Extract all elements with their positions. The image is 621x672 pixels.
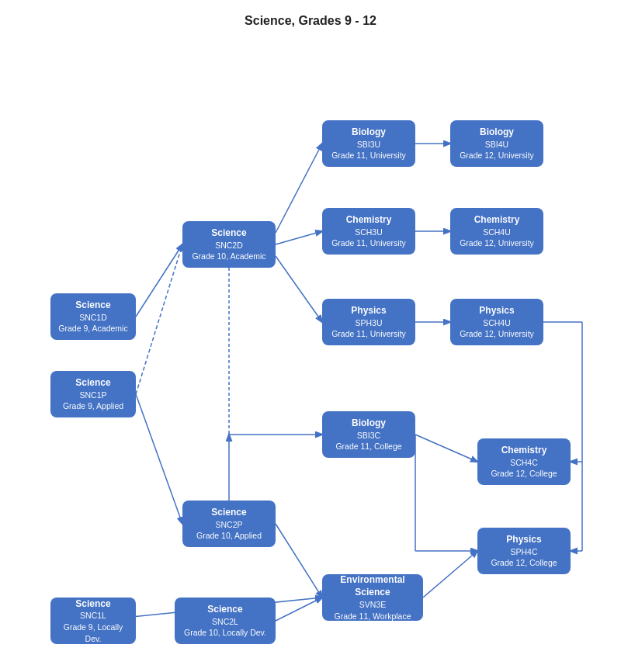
course-detail-2: Grade 12, College [491, 468, 557, 480]
course-detail-1: SBI4U [485, 139, 508, 151]
course-detail-1: SPH4C [510, 546, 537, 558]
course-name: Biology [352, 417, 386, 430]
course-detail-2: Grade 10, Academic [192, 251, 265, 262]
svg-line-18 [423, 551, 477, 598]
svg-line-2 [136, 394, 182, 524]
course-detail-1: SNC2L [212, 616, 238, 628]
course-name: Biology [352, 126, 386, 139]
course-detail-1: SNC2P [215, 519, 242, 531]
svg-line-5 [276, 256, 322, 322]
course-detail-1: SBI3U [357, 139, 380, 151]
course-detail-1: SNC1P [79, 390, 106, 401]
course-name: Science [75, 376, 110, 390]
course-detail-2: Grade 10, Locally Dev. [184, 627, 266, 639]
course-name: Science [75, 598, 110, 611]
course-detail-2: Grade 9, Locally Dev. [57, 622, 130, 644]
svg-line-20 [276, 598, 322, 621]
course-node-snc2p: ScienceSNC2PGrade 10, Applied [182, 501, 276, 547]
course-name: Chemistry [501, 444, 547, 457]
course-detail-1: SCH3U [355, 227, 383, 238]
course-detail-2: Grade 11, University [331, 237, 406, 249]
course-detail-2: Grade 11, Workplace [334, 611, 411, 622]
course-name: Physics [479, 304, 514, 317]
course-name: Environmental Science [328, 573, 417, 600]
page-title: Science, Grades 9 - 12 [0, 0, 621, 28]
course-detail-2: Grade 10, Applied [196, 530, 262, 542]
course-node-sbi3c: BiologySBI3CGrade 11, College [322, 411, 415, 458]
course-node-snc2l: ScienceSNC2LGrade 10, Locally Dev. [175, 598, 276, 644]
course-node-sch3u: ChemistrySCH3UGrade 11, University [322, 208, 415, 255]
svg-line-0 [136, 244, 182, 317]
course-detail-2: Grade 11, University [331, 150, 406, 161]
course-detail-2: Grade 11, University [331, 328, 406, 340]
course-detail-1: SCH4U [483, 317, 511, 329]
course-detail-1: SNC2D [215, 240, 243, 251]
course-name: Chemistry [474, 213, 520, 227]
svg-line-4 [276, 231, 322, 244]
course-detail-1: SNC1D [79, 312, 107, 324]
svg-line-1 [136, 244, 182, 394]
course-detail-2: Grade 11, College [335, 441, 401, 452]
course-node-sph4u: PhysicsSCH4UGrade 12, University [450, 299, 543, 345]
course-detail-2: Grade 9, Academic [58, 323, 127, 334]
course-name: Physics [351, 304, 386, 317]
svg-line-12 [276, 524, 322, 598]
course-detail-2: Grade 12, University [460, 150, 534, 161]
course-detail-2: Grade 9, Applied [63, 400, 123, 412]
course-node-sch4c: ChemistrySCH4CGrade 12, College [477, 438, 571, 485]
svg-line-3 [276, 144, 322, 233]
course-detail-1: SNC1L [80, 610, 106, 622]
course-detail-1: SPH3U [355, 317, 382, 329]
course-detail-1: SCH4C [510, 457, 538, 469]
course-name: Science [211, 506, 246, 519]
course-detail-1: SCH4U [483, 227, 511, 238]
course-node-snc1p: ScienceSNC1PGrade 9, Applied [50, 371, 136, 417]
course-name: Chemistry [346, 213, 392, 227]
course-name: Science [75, 299, 110, 312]
course-name: Physics [506, 533, 541, 546]
course-node-snc1l: ScienceSNC1LGrade 9, Locally Dev. [50, 598, 136, 644]
course-node-sph3u: PhysicsSPH3UGrade 11, University [322, 299, 415, 345]
course-detail-1: SBI3C [357, 430, 380, 442]
course-node-sph4c: PhysicsSPH4CGrade 12, College [477, 528, 571, 574]
course-name: Science [207, 603, 242, 616]
course-name: Science [211, 227, 246, 240]
course-detail-2: Grade 12, University [460, 328, 534, 340]
course-node-snc2d: ScienceSNC2DGrade 10, Academic [182, 221, 276, 268]
diagram-container: Science, Grades 9 - 12 [0, 0, 621, 672]
course-detail-2: Grade 12, College [491, 557, 557, 569]
course-node-sch4u: ChemistrySCH4UGrade 12, University [450, 208, 543, 255]
course-node-svn3e: Environmental ScienceSVN3EGrade 11, Work… [322, 574, 423, 621]
course-node-sbi4u: BiologySBI4UGrade 12, University [450, 120, 543, 167]
course-name: Biology [480, 126, 514, 139]
course-detail-1: SVN3E [359, 599, 386, 611]
course-node-sbi3u: BiologySBI3UGrade 11, University [322, 120, 415, 167]
svg-line-13 [415, 435, 477, 462]
course-detail-2: Grade 12, University [460, 237, 534, 249]
course-node-snc1d: ScienceSNC1DGrade 9, Academic [50, 293, 136, 340]
